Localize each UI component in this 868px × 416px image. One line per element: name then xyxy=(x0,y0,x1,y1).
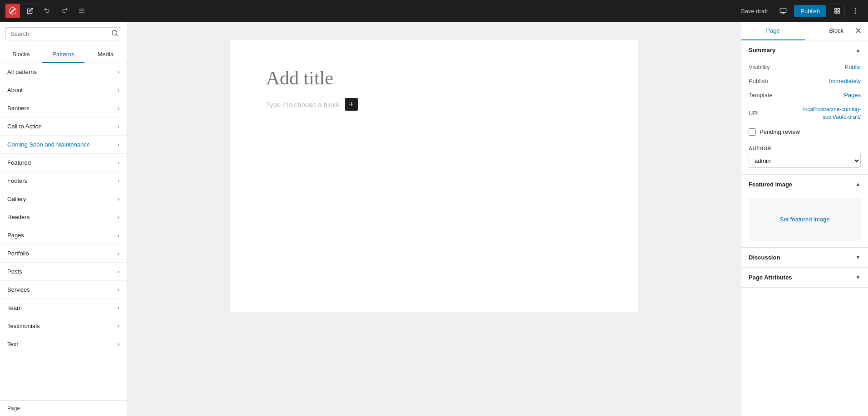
search-input[interactable] xyxy=(5,27,121,40)
visibility-value[interactable]: Public xyxy=(845,64,861,70)
page-canvas: Type / to choose a block + xyxy=(230,40,638,312)
svg-point-10 xyxy=(855,9,855,9)
chevron-icon: › xyxy=(118,214,119,220)
url-label: URL xyxy=(749,110,760,117)
pattern-item-team[interactable]: Team › xyxy=(0,299,127,317)
pattern-item-pages[interactable]: Pages › xyxy=(0,226,127,245)
pattern-item-label: About xyxy=(7,87,23,93)
pattern-item-label: Featured xyxy=(7,159,31,166)
tab-page[interactable]: Page xyxy=(741,22,805,40)
pattern-item-label: Banners xyxy=(7,105,29,112)
svg-rect-8 xyxy=(838,11,839,13)
pattern-item-label: All patterns xyxy=(7,69,37,75)
svg-point-12 xyxy=(855,13,855,13)
pattern-item-banners[interactable]: Banners › xyxy=(0,99,127,117)
template-value[interactable]: Pages xyxy=(844,92,861,98)
block-placeholder-text: Type / to choose a block xyxy=(266,101,340,108)
page-attributes-section-header[interactable]: Page Attributes ▼ xyxy=(741,268,868,288)
featured-image-label: Featured image xyxy=(749,181,792,188)
pattern-item-call-to-action[interactable]: Call to Action › xyxy=(0,117,127,136)
featured-image-header[interactable]: Featured image ▲ xyxy=(741,175,868,194)
svg-point-11 xyxy=(855,10,855,11)
chevron-icon: › xyxy=(118,232,119,239)
url-value[interactable]: localhost/acme-coming-soon/auto-draft/ xyxy=(788,106,861,121)
svg-rect-3 xyxy=(780,8,786,12)
page-title-input[interactable] xyxy=(266,67,602,89)
search-icon-button[interactable] xyxy=(111,29,118,39)
chevron-icon: › xyxy=(118,269,119,275)
summary-section-body: Visibility Public Publish Immediately Te… xyxy=(741,60,868,146)
pattern-item-label: Headers xyxy=(7,214,30,220)
pattern-item-footers[interactable]: Footers › xyxy=(0,172,127,190)
pattern-item-posts[interactable]: Posts › xyxy=(0,263,127,281)
featured-image-section: Featured image ▲ Set featured image xyxy=(741,175,868,248)
publish-button[interactable]: Publish xyxy=(794,5,826,17)
close-sidebar-button[interactable]: ✕ xyxy=(852,24,864,37)
more-options-button[interactable] xyxy=(848,4,863,18)
template-label: Template xyxy=(749,92,773,98)
redo-button[interactable] xyxy=(57,4,72,18)
pattern-item-testimonials[interactable]: Testimonials › xyxy=(0,317,127,335)
set-featured-image-button[interactable]: Set featured image xyxy=(749,198,861,241)
toolbar-right: Save draft Publish xyxy=(736,4,863,18)
discussion-section-header[interactable]: Discussion ▼ xyxy=(741,248,868,268)
summary-toggle-icon: ▲ xyxy=(855,47,861,54)
toolbar-left xyxy=(5,4,89,18)
add-block-button[interactable]: + xyxy=(345,98,358,111)
top-toolbar: Save draft Publish xyxy=(0,0,868,22)
preview-button[interactable] xyxy=(776,4,790,18)
url-row: URL localhost/acme-coming-soon/auto-draf… xyxy=(749,102,861,125)
pattern-item-label: Team xyxy=(7,304,22,311)
author-select[interactable]: admin xyxy=(749,154,861,168)
save-draft-button[interactable]: Save draft xyxy=(736,5,772,17)
tab-patterns[interactable]: Patterns xyxy=(42,46,84,63)
pattern-item-all[interactable]: All patterns › xyxy=(0,63,127,81)
document-overview-button[interactable] xyxy=(74,4,89,18)
pending-review-row: Pending review xyxy=(749,125,861,139)
search-input-wrap xyxy=(5,27,121,40)
pattern-item-featured[interactable]: Featured › xyxy=(0,154,127,172)
pattern-item-coming-soon[interactable]: Coming Soon and Maintenance › xyxy=(0,136,127,154)
pattern-item-label: Posts xyxy=(7,268,22,275)
svg-rect-7 xyxy=(838,9,839,10)
tab-blocks[interactable]: Blocks xyxy=(0,46,42,63)
page-attributes-toggle-icon: ▼ xyxy=(855,274,861,280)
left-sidebar: Blocks Patterns Media All patterns › Abo… xyxy=(0,22,127,416)
pattern-item-label: Footers xyxy=(7,177,27,184)
pattern-item-gallery[interactable]: Gallery › xyxy=(0,190,127,208)
discussion-label: Discussion xyxy=(749,254,780,261)
tab-media[interactable]: Media xyxy=(84,46,127,63)
publish-row-label: Publish xyxy=(749,78,768,84)
featured-image-body: Set featured image xyxy=(741,194,868,247)
publish-row-value[interactable]: Immediately xyxy=(829,78,861,84)
pattern-list: All patterns › About › Banners › Call to… xyxy=(0,63,127,400)
right-sidebar: Page Block ✕ Summary ▲ Visibility Public… xyxy=(741,22,868,416)
discussion-toggle-icon: ▼ xyxy=(855,254,861,260)
wp-logo-button[interactable] xyxy=(5,4,20,18)
publish-row: Publish Immediately xyxy=(749,74,861,88)
pattern-item-label: Portfolio xyxy=(7,250,29,257)
pattern-item-headers[interactable]: Headers › xyxy=(0,208,127,226)
main-layout: Blocks Patterns Media All patterns › Abo… xyxy=(0,22,868,416)
featured-image-toggle-icon: ▲ xyxy=(855,181,861,187)
svg-rect-9 xyxy=(835,11,837,13)
pattern-item-label: Call to Action xyxy=(7,123,42,130)
page-attributes-label: Page Attributes xyxy=(749,274,792,281)
settings-button[interactable] xyxy=(830,4,844,18)
chevron-icon: › xyxy=(118,87,119,93)
pending-review-checkbox[interactable] xyxy=(749,128,756,136)
chevron-icon: › xyxy=(118,305,119,311)
pattern-item-services[interactable]: Services › xyxy=(0,281,127,299)
chevron-icon: › xyxy=(118,123,119,130)
pattern-item-about[interactable]: About › xyxy=(0,81,127,99)
pattern-item-text[interactable]: Text › xyxy=(0,335,127,353)
pattern-item-label: Coming Soon and Maintenance xyxy=(7,141,90,148)
edit-mode-button[interactable] xyxy=(23,4,37,18)
chevron-icon: › xyxy=(118,142,119,148)
pattern-item-portfolio[interactable]: Portfolio › xyxy=(0,245,127,263)
summary-section-header[interactable]: Summary ▲ xyxy=(741,40,868,60)
chevron-icon: › xyxy=(118,105,119,112)
undo-button[interactable] xyxy=(40,4,54,18)
svg-point-13 xyxy=(112,30,117,35)
sidebar-tabs: Blocks Patterns Media xyxy=(0,46,127,63)
